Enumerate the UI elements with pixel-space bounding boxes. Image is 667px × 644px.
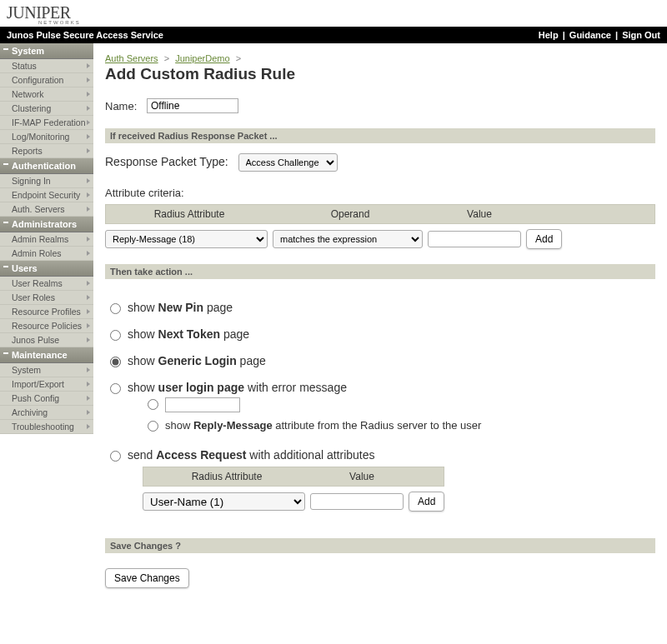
nav-item[interactable]: Resource Profiles [0,305,93,319]
nav-item[interactable]: Signing In [0,174,93,188]
nav-item[interactable]: User Roles [0,291,93,305]
user-login-sub-custom[interactable] [148,394,481,416]
action-new-pin-radio[interactable] [110,303,121,314]
breadcrumb-root[interactable]: Auth Servers [105,53,158,63]
user-login-sub-reply[interactable]: show Reply-Message attribute from the Ra… [148,416,481,435]
action-next-token-radio[interactable] [110,330,121,341]
action-generic-login[interactable]: show Generic Login page [110,347,655,374]
inner-col-attr: Radius Attribute [143,467,310,486]
page-title: Add Custom Radius Rule [105,65,655,83]
nav-item[interactable]: Admin Realms [0,232,93,247]
criteria-col-attr: Radius Attribute [106,205,273,223]
nav-section[interactable]: Administrators [0,217,93,232]
user-login-sub-reply-radio[interactable] [148,421,158,432]
nav-item[interactable]: Push Config [0,392,93,406]
name-input[interactable] [147,98,238,113]
criteria-add-button[interactable]: Add [526,229,562,249]
user-login-sub-custom-radio[interactable] [148,399,158,410]
nav-item[interactable]: Admin Roles [0,247,93,261]
response-type-select[interactable]: Access Challenge [238,153,338,172]
user-login-error-input[interactable] [165,397,240,412]
inner-value-input[interactable] [310,493,404,510]
section-save-header: Save Changes ? [105,538,655,553]
section-then-header: Then take action ... [105,264,655,279]
nav-item[interactable]: Auth. Servers [0,202,93,217]
nav-item[interactable]: Reports [0,144,93,158]
criteria-value-input[interactable] [428,231,521,247]
breadcrumb-mid[interactable]: JuniperDemo [175,53,229,63]
topbar: Junos Pulse Secure Access Service Help |… [0,27,667,43]
topbar-title: Junos Pulse Secure Access Service [7,30,163,40]
nav-section[interactable]: Maintenance [0,347,93,363]
criteria-attr-select[interactable]: Reply-Message (18) [105,230,268,248]
criteria-operand-select[interactable]: matches the expression [273,230,423,248]
save-changes-button[interactable]: Save Changes [105,568,189,588]
nav-section[interactable]: System [0,43,93,59]
nav-item[interactable]: Junos Pulse [0,333,93,347]
action-user-login-radio[interactable] [110,383,121,394]
nav-item[interactable]: Archiving [0,406,93,420]
breadcrumb: Auth Servers > JuniperDemo > [105,53,655,63]
nav-item[interactable]: Troubleshooting [0,420,93,434]
nav-item[interactable]: Status [0,59,93,73]
inner-table-header: Radius Attribute Value [143,467,444,487]
criteria-table-header: Radius Attribute Operand Value [105,204,655,224]
action-new-pin[interactable]: show New Pin page [110,294,655,321]
brand-logo: JUNIPER NETWORKS [0,0,667,27]
criteria-col-val: Value [428,205,531,223]
main-content: Auth Servers > JuniperDemo > Add Custom … [93,43,667,613]
nav-item[interactable]: Log/Monitoring [0,130,93,144]
brand-sub: NETWORKS [38,20,660,25]
nav-item[interactable]: IF-MAP Federation [0,116,93,130]
criteria-col-op: Operand [273,205,428,223]
nav-section[interactable]: Users [0,261,93,277]
section-if-header: If received Radius Response Packet ... [105,128,655,143]
nav-item[interactable]: Endpoint Security [0,188,93,202]
nav-item[interactable]: User Realms [0,277,93,291]
inner-attr-select[interactable]: User-Name (1) [143,492,305,511]
criteria-label: Attribute criteria: [105,187,655,199]
nav-item[interactable]: Resource Policies [0,319,93,333]
name-label: Name: [105,100,147,112]
inner-add-button[interactable]: Add [409,492,444,512]
sidebar: SystemStatusConfigurationNetworkClusteri… [0,43,93,613]
action-generic-login-radio[interactable] [110,357,121,367]
help-link[interactable]: Help [539,30,559,40]
action-user-login[interactable]: show user login page with error message … [110,374,655,442]
criteria-row: Reply-Message (18) matches the expressio… [105,224,655,254]
nav-item[interactable]: Clustering [0,102,93,116]
nav-item[interactable]: System [0,363,93,377]
response-label: Response Packet Type: [105,155,228,168]
nav-item[interactable]: Import/Export [0,377,93,392]
guidance-link[interactable]: Guidance [569,30,611,40]
action-next-token[interactable]: show Next Token page [110,321,655,347]
nav-item[interactable]: Configuration [0,73,93,87]
inner-row: User-Name (1) Add [143,487,444,517]
nav-item[interactable]: Network [0,87,93,102]
action-access-request-radio[interactable] [110,451,121,462]
signout-link[interactable]: Sign Out [622,30,660,40]
inner-col-val: Value [310,467,414,486]
nav-section[interactable]: Authentication [0,158,93,174]
action-access-request[interactable]: send Access Request with additional attr… [110,442,655,523]
